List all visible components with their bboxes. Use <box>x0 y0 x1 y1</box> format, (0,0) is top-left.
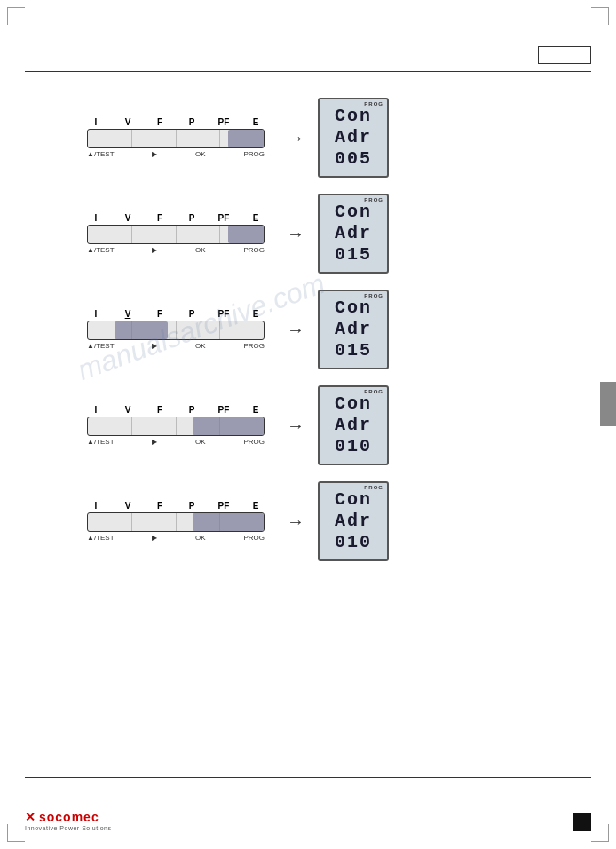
lcd-4: PROG Con Adr 010 <box>318 385 389 465</box>
label-E-4: E <box>247 405 265 415</box>
lcd-1: PROG Con Adr 005 <box>318 98 389 178</box>
black-square <box>573 813 591 831</box>
lcd-line2-3: Adr <box>335 319 372 340</box>
label-PF-4: PF <box>215 405 233 415</box>
btn-ok-2: OK <box>195 246 206 254</box>
lcd-line3-2: 015 <box>335 244 372 266</box>
lcd-line2-4: Adr <box>335 415 372 436</box>
label-PF-5: PF <box>215 501 233 511</box>
label-V-3: V <box>119 309 137 319</box>
panel-body-2 <box>87 225 265 244</box>
btn-right-3: ▶ <box>152 342 157 350</box>
seg2-5 <box>132 513 177 531</box>
arrow-2: → <box>287 224 304 244</box>
lcd-prog-label-5: PROG <box>364 485 383 490</box>
lcd-line3-1: 005 <box>335 148 372 170</box>
seg3 <box>177 130 221 147</box>
page-number-box <box>538 46 591 64</box>
lcd-5: PROG Con Adr 010 <box>318 481 389 561</box>
panel-labels-2: I V F P PF E <box>87 213 265 223</box>
arrow-1: → <box>287 128 304 148</box>
btn-prog-3: PROG <box>243 342 265 350</box>
label-E-1: E <box>247 117 265 127</box>
label-F-2: F <box>151 213 169 223</box>
lcd-line1-4: Con <box>335 393 372 415</box>
btn-ok-4: OK <box>195 438 206 446</box>
btn-prog-5: PROG <box>243 534 265 542</box>
label-I-5: I <box>87 501 105 511</box>
panel-body-4 <box>87 417 265 436</box>
btn-right-2: ▶ <box>152 246 157 254</box>
panel-labels-3: I V F P PF E <box>87 309 265 319</box>
bottom-rule <box>25 777 591 778</box>
seg1-5 <box>88 513 132 531</box>
panel-diagram-4: I V F P PF E ▲/TEST ▶ OK PROG <box>78 405 273 446</box>
btn-ok-1: OK <box>195 150 206 158</box>
btn-labels-3: ▲/TEST ▶ OK PROG <box>87 342 265 350</box>
lcd-line3-4: 010 <box>335 436 372 457</box>
btn-right-5: ▶ <box>152 534 157 542</box>
lcd-prog-label-1: PROG <box>364 101 383 107</box>
lcd-line3-3: 015 <box>335 340 372 361</box>
lcd-line2-1: Adr <box>335 127 372 148</box>
label-V-4: V <box>119 405 137 415</box>
corner-mark-br <box>591 824 609 842</box>
diagram-row-5: I V F P PF E ▲/TEST ▶ OK PROG <box>25 481 591 561</box>
logo-icon: ✕ socomec <box>25 810 99 824</box>
seg1-2 <box>88 226 132 243</box>
label-E-3: E <box>247 309 265 319</box>
panel-labels-4: I V F P PF E <box>87 405 265 415</box>
arrow-3: → <box>287 320 304 340</box>
corner-mark-tl <box>7 7 25 25</box>
btn-test-2: ▲/TEST <box>87 246 115 254</box>
seg1-4 <box>88 417 132 435</box>
lcd-prog-label-2: PROG <box>364 197 383 202</box>
btn-test-4: ▲/TEST <box>87 438 115 446</box>
panel-body-3 <box>87 321 265 340</box>
label-V-1: V <box>119 117 137 127</box>
highlight-4 <box>193 417 264 435</box>
btn-labels-5: ▲/TEST ▶ OK PROG <box>87 534 265 542</box>
logo-tagline: Innovative Power Solutions <box>25 825 111 831</box>
label-F-4: F <box>151 405 169 415</box>
btn-labels-4: ▲/TEST ▶ OK PROG <box>87 438 265 446</box>
arrow-5: → <box>287 512 304 532</box>
btn-prog-2: PROG <box>243 246 265 254</box>
diagram-row-4: I V F P PF E ▲/TEST ▶ OK PROG <box>25 385 591 465</box>
label-PF-2: PF <box>215 213 233 223</box>
label-E-5: E <box>247 501 265 511</box>
seg3-2 <box>177 226 221 243</box>
btn-labels-1: ▲/TEST ▶ OK PROG <box>87 150 265 158</box>
arrow-4: → <box>287 416 304 436</box>
corner-mark-tr <box>591 7 609 25</box>
panel-body-5 <box>87 512 265 532</box>
label-P-1: P <box>183 117 201 127</box>
seg4-3 <box>220 321 264 339</box>
seg3-3 <box>177 321 221 339</box>
label-I-3: I <box>87 309 105 319</box>
seg1 <box>88 130 132 147</box>
logo-text: socomec <box>39 810 99 824</box>
diagram-row-2: I V F P PF E ▲/TEST ▶ OK PROG <box>25 194 591 274</box>
btn-right-4: ▶ <box>152 438 157 446</box>
highlight-1 <box>228 130 264 147</box>
diagram-row-1: I V F P PF E ▲/TEST ▶ OK PROG <box>25 98 591 178</box>
btn-prog-1: PROG <box>243 150 265 158</box>
seg2-2 <box>132 226 177 243</box>
panel-body-1 <box>87 129 265 148</box>
panel-diagram-5: I V F P PF E ▲/TEST ▶ OK PROG <box>78 501 273 542</box>
label-P-3: P <box>183 309 201 319</box>
label-V-2: V <box>119 213 137 223</box>
label-P-5: P <box>183 501 201 511</box>
logo-symbol: ✕ <box>25 810 36 824</box>
label-F-3: F <box>151 309 169 319</box>
label-PF-1: PF <box>215 117 233 127</box>
lcd-line1-5: Con <box>335 489 372 511</box>
panel-labels-1: I V F P PF E <box>87 117 265 127</box>
btn-ok-5: OK <box>195 534 206 542</box>
highlight-3 <box>115 321 168 339</box>
btn-test-1: ▲/TEST <box>87 150 115 158</box>
main-content: I V F P PF E ▲/TEST ▶ OK PROG <box>25 80 591 769</box>
btn-prog-4: PROG <box>243 438 265 446</box>
label-I-2: I <box>87 213 105 223</box>
